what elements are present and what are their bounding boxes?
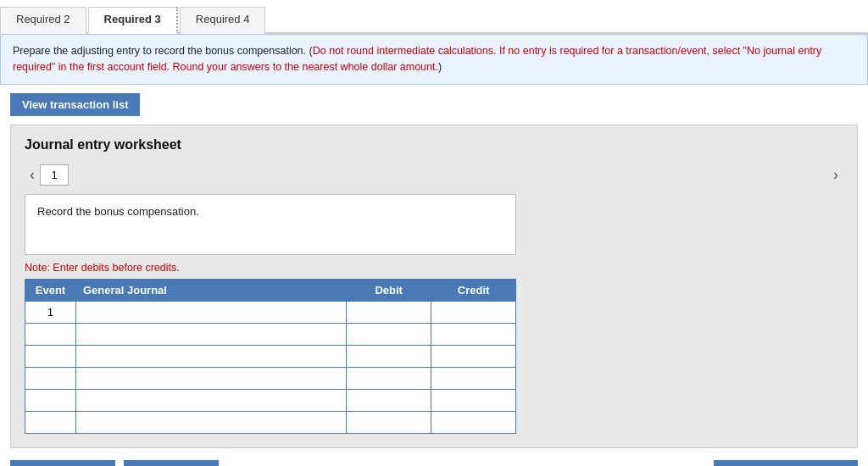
journal-input[interactable] (76, 302, 346, 323)
view-general-journal-button[interactable]: View general journal (714, 460, 858, 467)
credit-input[interactable] (431, 346, 515, 367)
journal-input[interactable] (76, 368, 346, 389)
credit-input[interactable] (431, 324, 515, 345)
credit-cell[interactable] (431, 345, 516, 367)
table-row (25, 345, 516, 367)
debit-cell[interactable] (347, 411, 431, 433)
debit-input[interactable] (347, 368, 431, 389)
tab-required2[interactable]: Required 2 (0, 7, 86, 34)
journal-input[interactable] (76, 390, 346, 411)
buttons-row: Record entry Clear entry View general jo… (10, 460, 858, 467)
credit-cell[interactable] (431, 323, 516, 345)
instructions-end: ) (438, 61, 442, 73)
col-header-debit: Debit (347, 279, 431, 301)
view-transaction-button[interactable]: View transaction list (10, 93, 140, 116)
journal-input[interactable] (76, 324, 346, 345)
debit-input[interactable] (347, 302, 431, 323)
journal-cell[interactable] (75, 367, 346, 389)
journal-input[interactable] (76, 412, 346, 433)
table-row: 1 (25, 301, 516, 323)
note-text: Note: Enter debits before credits. (25, 262, 843, 274)
event-cell: 1 (25, 301, 76, 323)
event-cell (25, 367, 76, 389)
credit-cell[interactable] (431, 367, 516, 389)
debit-input[interactable] (347, 390, 431, 411)
debit-cell[interactable] (347, 301, 431, 323)
instructions-main: Prepare the adjusting entry to record th… (13, 45, 313, 57)
col-header-event: Event (25, 279, 76, 301)
worksheet-panel: Journal entry worksheet ‹ 1 › Record the… (10, 125, 858, 448)
credit-input[interactable] (431, 368, 515, 389)
journal-cell[interactable] (75, 345, 346, 367)
journal-input[interactable] (76, 346, 346, 367)
worksheet-title: Journal entry worksheet (25, 137, 843, 153)
clear-entry-button[interactable]: Clear entry (124, 460, 219, 467)
tab-required3[interactable]: Required 3 (88, 7, 178, 34)
credit-input[interactable] (431, 412, 515, 433)
debit-cell[interactable] (347, 389, 431, 411)
journal-cell[interactable] (75, 389, 346, 411)
nav-prev-button[interactable]: ‹ (25, 165, 40, 184)
record-entry-button[interactable]: Record entry (10, 460, 115, 467)
event-cell (25, 411, 76, 433)
debit-cell[interactable] (347, 323, 431, 345)
table-row (25, 411, 516, 433)
table-row (25, 323, 516, 345)
journal-cell[interactable] (75, 301, 346, 323)
nav-next-button[interactable]: › (828, 165, 843, 184)
event-cell (25, 389, 76, 411)
credit-cell[interactable] (431, 389, 516, 411)
event-cell (25, 345, 76, 367)
instructions-box: Prepare the adjusting entry to record th… (0, 34, 868, 85)
nav-number: 1 (40, 164, 69, 186)
credit-input[interactable] (431, 302, 515, 323)
nav-row: ‹ 1 › (25, 164, 843, 186)
debit-cell[interactable] (347, 367, 431, 389)
tab-required4[interactable]: Required 4 (180, 7, 266, 34)
tabs-bar: Required 2 Required 3 Required 4 (0, 0, 868, 34)
credit-cell[interactable] (431, 301, 516, 323)
journal-table: Event General Journal Debit Credit 1 (25, 279, 516, 434)
debit-input[interactable] (347, 346, 431, 367)
debit-input[interactable] (347, 324, 431, 345)
journal-cell[interactable] (75, 323, 346, 345)
col-header-journal: General Journal (75, 279, 346, 301)
credit-cell[interactable] (431, 411, 516, 433)
debit-cell[interactable] (347, 345, 431, 367)
credit-input[interactable] (431, 390, 515, 411)
event-cell (25, 323, 76, 345)
description-box: Record the bonus compensation. (25, 194, 516, 255)
table-row (25, 389, 516, 411)
journal-cell[interactable] (75, 411, 346, 433)
debit-input[interactable] (347, 412, 431, 433)
table-row (25, 367, 516, 389)
col-header-credit: Credit (431, 279, 516, 301)
